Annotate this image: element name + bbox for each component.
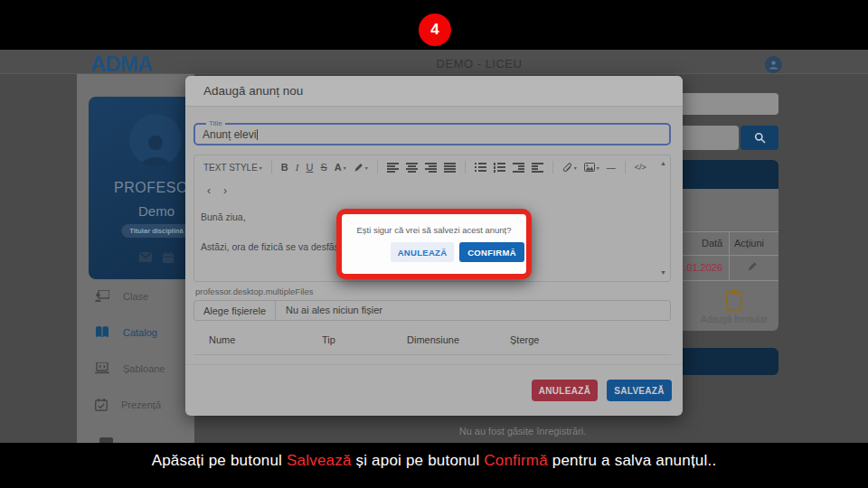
file-col-delete: Șterge [510, 334, 539, 345]
caption-save-highlight: Salvează [287, 452, 352, 469]
toolbar-separator [377, 161, 378, 174]
profile-badge: Titular disciplină [121, 224, 191, 238]
adma-logo[interactable]: ADMA [90, 52, 152, 77]
column-header-actions: Acțiuni [734, 238, 764, 249]
clipboard-icon [726, 289, 742, 311]
title-field[interactable]: Title Anunț elevi [193, 123, 671, 145]
italic-button[interactable]: I [296, 162, 299, 173]
sidebar-item-clase[interactable]: Clase [95, 290, 148, 302]
templates-icon [95, 362, 109, 374]
title-field-value: Anunț elevi [203, 128, 256, 141]
highlight-pen-dropdown[interactable]: ▾ [354, 163, 368, 173]
bold-button[interactable]: B [281, 162, 288, 173]
indent-decrease-button[interactable] [513, 163, 524, 173]
edit-button[interactable] [747, 261, 758, 272]
attachment-dropdown[interactable]: ▾ [562, 163, 577, 173]
code-view-button[interactable]: </> [635, 163, 646, 172]
sidebar-item-label: Catalog [123, 327, 157, 338]
toolbar-separator [465, 161, 466, 174]
file-input[interactable]: Alege fișierele Nu ai ales niciun fișier [193, 300, 671, 321]
editor-toolbar: TEXT STYLE▾ B I U S A▾ ▾ [203, 161, 650, 174]
user-icon [769, 60, 778, 70]
calendar-icon[interactable] [163, 252, 174, 263]
save-button[interactable]: SALVEAZĂ [607, 380, 672, 401]
image-dropdown[interactable]: ▾ [584, 163, 599, 172]
title-field-label: Title [206, 119, 225, 127]
scroll-up-icon[interactable]: ▲ [660, 160, 666, 166]
horizontal-rule-button[interactable]: — [607, 163, 616, 173]
dimmed-app-background: ADMA DEMO - LICEU PROFESOR Demo Titular … [0, 0, 868, 488]
toolbar-separator [625, 161, 626, 174]
file-col-size: Dimensiune [407, 334, 459, 345]
align-justify-button[interactable] [444, 163, 456, 173]
file-col-name: Nume [209, 334, 235, 345]
user-avatar[interactable] [765, 56, 782, 73]
sidebar-item-sabloane[interactable]: Șabloane [95, 362, 165, 374]
sidebar-item-label: Prezență [121, 399, 161, 410]
step-badge: 4 [419, 14, 451, 46]
no-file-label: Nu ai ales niciun fișier [286, 305, 382, 315]
bullet-list-button[interactable] [475, 163, 486, 173]
table-line [729, 231, 730, 280]
divider [185, 364, 683, 365]
align-left-button[interactable] [387, 163, 399, 173]
attendance-icon [95, 399, 108, 411]
numbered-list-button[interactable] [494, 163, 505, 173]
search-icon [754, 132, 766, 144]
app-title: DEMO - LICEU [437, 57, 523, 70]
sidebar-item-label: Clase [123, 291, 148, 302]
confirm-button[interactable]: CONFIRMĂ [459, 242, 524, 262]
strikethrough-button[interactable]: S [320, 162, 326, 173]
add-form-button[interactable] [726, 289, 742, 311]
prev-button[interactable]: ‹ [207, 184, 211, 197]
file-col-type: Tip [322, 334, 335, 345]
confirm-dialog-highlight: Ești sigur că vrei să salvezi acest anun… [336, 209, 532, 279]
text-style-dropdown[interactable]: TEXT STYLE▾ [203, 163, 262, 173]
catalog-icon [95, 326, 109, 338]
toolbar-separator [552, 161, 553, 174]
sidebar-item-label: Șabloane [123, 363, 165, 374]
confirm-cancel-button[interactable]: ANULEAZĂ [391, 242, 454, 262]
toolbar-separator [271, 161, 272, 174]
scroll-down-icon[interactable]: ▼ [660, 269, 666, 276]
mail-icon[interactable] [139, 252, 152, 263]
pencil-icon [747, 261, 758, 272]
add-form-label[interactable]: Adaugă formular [701, 314, 768, 324]
align-right-button[interactable] [425, 163, 437, 173]
tutorial-caption: Apăsați pe butonul Salvează și apoi pe b… [0, 452, 868, 470]
sidebar-item-catalog[interactable]: Catalog [95, 326, 157, 338]
cancel-button[interactable]: ANULEAZĂ [532, 380, 598, 401]
classes-icon [95, 290, 109, 302]
next-button[interactable]: › [223, 184, 227, 197]
multiple-files-hint: professor.desktop.multipleFiles [195, 286, 313, 296]
confirm-message: Ești sigur că vrei să salvezi acest anun… [342, 225, 526, 235]
choose-files-button[interactable]: Alege fișierele [194, 301, 276, 320]
editor-paragraph: Bună ziua, [201, 211, 246, 222]
empty-records-message: Nu au fost găsite înregistrări. [459, 426, 587, 436]
divider [193, 354, 671, 355]
editor-toolbar-row2: ‹ › [207, 184, 227, 197]
text-cursor [257, 129, 258, 140]
search-button[interactable] [741, 126, 778, 150]
underline-button[interactable]: U [306, 162, 313, 173]
sidebar-item-prezenta[interactable]: Prezență [95, 399, 161, 411]
indent-increase-button[interactable] [532, 163, 543, 173]
modal-title: Adaugă anunț nou [203, 84, 303, 98]
font-color-dropdown[interactable]: A▾ [335, 162, 346, 173]
column-header-date: Dată [702, 238, 722, 249]
caption-confirm-highlight: Confirmă [484, 452, 548, 469]
profile-avatar [129, 114, 182, 166]
align-center-button[interactable] [406, 163, 418, 173]
